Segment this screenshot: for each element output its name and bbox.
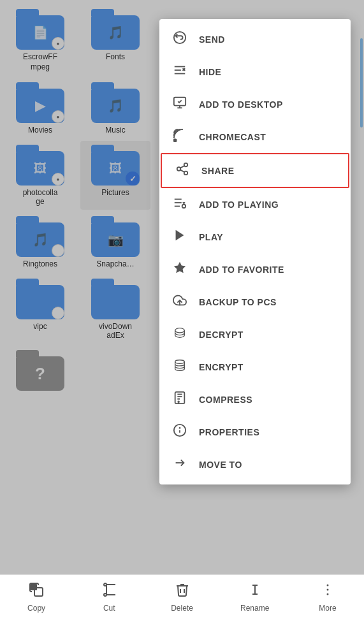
toolbar-item-rename[interactable]: Rename: [219, 582, 291, 613]
svg-rect-9: [174, 139, 177, 142]
menu-label-hide: HIDE: [199, 67, 221, 77]
menu-item-hide[interactable]: HIDE: [159, 55, 351, 88]
menu-label-add-to-playing: ADD TO PLAYING: [199, 200, 279, 210]
menu-label-chromecast: CHROMECAST: [199, 132, 266, 142]
svg-line-14: [180, 166, 184, 168]
svg-line-13: [180, 170, 184, 172]
menu-label-backup-to-pcs: BACKUP TO PCS: [199, 297, 277, 307]
menu-item-play[interactable]: PLAY: [159, 221, 351, 253]
menu-item-backup-to-pcs[interactable]: BACKUP TO PCS: [159, 286, 351, 318]
desktop-icon: [172, 96, 187, 113]
cut-icon: [101, 582, 117, 601]
compress-icon: [172, 391, 187, 408]
menu-item-add-to-favorite[interactable]: ADD TO FAVORITE: [159, 253, 351, 286]
svg-point-18: [182, 205, 186, 208]
menu-label-compress: COMPRESS: [199, 395, 252, 405]
play-icon: [172, 228, 187, 245]
copy-icon: 1: [29, 582, 44, 601]
menu-item-compress[interactable]: COMPRESS: [159, 383, 351, 416]
more-icon: [320, 582, 335, 601]
share-icon: [175, 162, 190, 179]
decrypt-icon: [172, 326, 187, 343]
menu-item-chromecast[interactable]: CHROMECAST: [159, 120, 351, 153]
menu-label-add-to-desktop: ADD TO DESKTOP: [199, 99, 283, 110]
hide-icon: [172, 63, 187, 80]
menu-label-decrypt: DECRYPT: [199, 330, 244, 340]
menu-label-share: SHARE: [201, 166, 235, 176]
backup-icon: [172, 293, 187, 310]
send-icon: [172, 31, 187, 48]
toolbar-label-cut: Cut: [103, 604, 115, 613]
menu-item-move-to[interactable]: MOVE TO: [159, 448, 351, 481]
delete-icon: [175, 582, 190, 601]
svg-point-50: [326, 593, 328, 595]
menu-item-send[interactable]: SEND: [159, 23, 351, 55]
menu-item-add-to-playing[interactable]: ADD TO PLAYING: [159, 188, 351, 221]
encrypt-icon: [172, 358, 187, 375]
svg-point-11: [177, 167, 181, 171]
context-menu: SEND HIDE ADD TO DESKTOP: [159, 19, 351, 484]
svg-marker-21: [176, 230, 184, 241]
info-icon: [172, 423, 187, 441]
menu-label-move-to: MOVE TO: [199, 460, 242, 470]
menu-item-decrypt[interactable]: DECRYPT: [159, 318, 351, 351]
add-playing-icon: [172, 196, 187, 213]
svg-marker-22: [174, 262, 186, 273]
toolbar-item-cut[interactable]: Cut: [73, 582, 145, 613]
menu-label-encrypt: ENCRYPT: [199, 362, 244, 372]
menu-label-play: PLAY: [199, 232, 223, 242]
svg-point-0: [174, 32, 186, 43]
menu-item-properties[interactable]: PROPERTIES: [159, 416, 351, 448]
toolbar-label-rename: Rename: [240, 604, 269, 613]
toolbar-label-more: More: [319, 604, 336, 613]
menu-item-encrypt[interactable]: ENCRYPT: [159, 351, 351, 383]
menu-label-send: SEND: [199, 34, 225, 45]
toolbar-item-copy[interactable]: 1 Copy: [0, 582, 73, 613]
toolbar-item-delete[interactable]: Delete: [145, 582, 218, 613]
toolbar-label-delete: Delete: [171, 604, 193, 613]
svg-point-10: [184, 163, 188, 167]
cast-icon: [172, 128, 187, 145]
menu-item-add-to-desktop[interactable]: ADD TO DESKTOP: [159, 88, 351, 120]
toolbar: 1 Copy Cut Delete: [0, 574, 364, 619]
svg-point-24: [175, 328, 185, 333]
svg-text:1: 1: [32, 585, 34, 590]
star-icon: [172, 261, 187, 278]
menu-item-share[interactable]: SHARE: [161, 153, 349, 188]
svg-point-49: [326, 588, 328, 590]
menu-label-add-to-favorite: ADD TO FAVORITE: [199, 265, 284, 275]
svg-point-25: [175, 360, 185, 364]
move-icon: [172, 456, 187, 473]
menu-label-properties: PROPERTIES: [199, 427, 259, 437]
toolbar-item-more[interactable]: More: [291, 582, 364, 613]
svg-point-12: [184, 171, 188, 175]
rename-icon: [247, 582, 263, 601]
toolbar-label-copy: Copy: [27, 604, 45, 613]
svg-point-48: [326, 584, 328, 586]
